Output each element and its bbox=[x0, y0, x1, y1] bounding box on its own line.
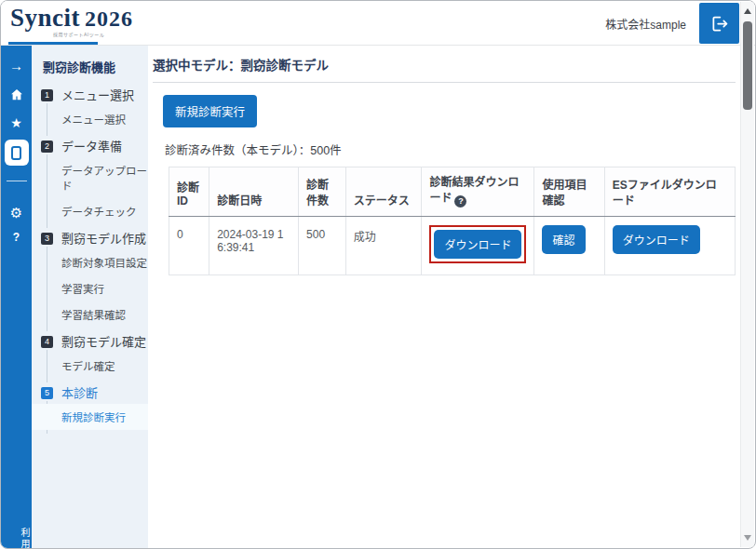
cell-usage-confirm: 確認 bbox=[534, 217, 604, 275]
logout-icon bbox=[709, 14, 729, 33]
header-diagnosis-id: 診断ID bbox=[169, 167, 209, 217]
app-window: Syncit2026 採用サポートAIツール 株式会社sample → ★ bbox=[0, 0, 756, 549]
sidebar-section-main-diagnosis: 5 本診断 新規診断実行 bbox=[32, 385, 148, 430]
table-header-row: 診断ID 診断日時 診断件数 ステータス 診断結果ダウンロード? 使用項目確認 … bbox=[169, 167, 736, 217]
diagnosis-table: 診断ID 診断日時 診断件数 ステータス 診断結果ダウンロード? 使用項目確認 … bbox=[169, 167, 736, 275]
logout-button[interactable] bbox=[699, 3, 739, 44]
logo-i-accent: i bbox=[64, 4, 72, 32]
cell-es-download: ダウンロード bbox=[604, 217, 735, 275]
cell-result-download: ダウンロード bbox=[422, 217, 534, 275]
step-badge-3: 3 bbox=[41, 233, 53, 245]
section-label[interactable]: 剽窃モデル作成 bbox=[61, 231, 148, 247]
sidebar-section-model-confirm: 4 剽窃モデル確定 モデル確定 bbox=[32, 334, 148, 379]
sidebar: 剽窃診断機能 1 メニュー選択 メニュー選択 2 データ準備 データアップロード… bbox=[32, 46, 148, 548]
brand-name: Syncit2026 bbox=[10, 6, 133, 31]
header-es-download: ESファイルダウンロード bbox=[604, 167, 735, 217]
cell-diagnosis-count: 500 bbox=[299, 217, 346, 275]
step-badge-1: 1 bbox=[41, 89, 53, 101]
icon-rail: → ★ ⚙ ? 利用 bbox=[1, 46, 32, 548]
sidebar-subitem-training-result[interactable]: 学習結果確認 bbox=[32, 301, 148, 328]
arrow-right-icon[interactable]: → bbox=[9, 59, 23, 73]
sidebar-subitem-target-settings[interactable]: 診断対象項目設定 bbox=[32, 249, 148, 275]
header-status: ステータス bbox=[345, 167, 422, 217]
cell-status: 成功 bbox=[345, 217, 422, 275]
step-badge-5: 5 bbox=[41, 387, 53, 399]
sidebar-subitem-model-confirm[interactable]: モデル確定 bbox=[32, 353, 148, 379]
sidebar-section-model-create: 3 剽窃モデル作成 診断対象項目設定 学習実行 学習結果確認 bbox=[32, 231, 148, 328]
company-name: 株式会社sample bbox=[605, 16, 686, 32]
step-badge-2: 2 bbox=[41, 141, 53, 153]
selected-model-heading: 選択中モデル：剽窃診断モデル bbox=[153, 55, 736, 74]
logo-underline bbox=[8, 42, 98, 45]
section-label[interactable]: メニュー選択 bbox=[61, 87, 148, 103]
cell-diagnosis-id: 0 bbox=[169, 217, 209, 275]
cell-diagnosis-datetime: 2024-03-19 16:39:41 bbox=[209, 217, 299, 275]
topbar: Syncit2026 採用サポートAIツール 株式会社sample bbox=[1, 1, 755, 46]
section-label[interactable]: データ準備 bbox=[61, 139, 148, 154]
terms-link[interactable]: 利用 bbox=[1, 523, 32, 549]
usage-confirm-button[interactable]: 確認 bbox=[542, 225, 585, 254]
step-badge-4: 4 bbox=[41, 336, 53, 348]
annotation-highlight: ダウンロード bbox=[429, 225, 526, 263]
sidebar-title: 剽窃診断機能 bbox=[32, 46, 148, 81]
scroll-down-arrow[interactable] bbox=[744, 535, 751, 541]
sidebar-subitem-training-run[interactable]: 学習実行 bbox=[32, 275, 148, 301]
section-label[interactable]: 本診断 bbox=[61, 385, 148, 401]
main-content: 選択中モデル：剽窃診断モデル 新規診断実行 診断済み件数（本モデル）：500件 … bbox=[148, 46, 741, 548]
header-result-download: 診断結果ダウンロード? bbox=[422, 167, 534, 217]
star-icon[interactable]: ★ bbox=[10, 116, 22, 129]
header-usage-confirm: 使用項目確認 bbox=[534, 167, 604, 217]
help-tooltip-icon[interactable]: ? bbox=[454, 195, 466, 208]
help-icon[interactable]: ? bbox=[13, 232, 20, 243]
home-icon[interactable] bbox=[9, 87, 24, 104]
document-icon bbox=[11, 146, 21, 160]
heading-divider bbox=[153, 82, 736, 83]
vertical-scrollbar[interactable] bbox=[740, 2, 754, 547]
header-diagnosis-count: 診断件数 bbox=[299, 167, 346, 217]
new-diagnosis-button[interactable]: 新規診断実行 bbox=[163, 95, 257, 127]
section-label[interactable]: 剽窃モデル確定 bbox=[61, 334, 148, 350]
sidebar-subitem-data-upload[interactable]: データアップロード bbox=[32, 157, 148, 198]
table-row: 0 2024-03-19 16:39:41 500 成功 ダウンロード 確認 ダ… bbox=[169, 217, 736, 275]
sidebar-subitem-menu-select[interactable]: メニュー選択 bbox=[32, 106, 148, 132]
active-app-tile[interactable] bbox=[5, 140, 29, 166]
es-download-button[interactable]: ダウンロード bbox=[613, 225, 700, 254]
logo-tagline: 採用サポートAIツール bbox=[53, 33, 133, 37]
result-download-button[interactable]: ダウンロード bbox=[434, 230, 521, 259]
diagnosed-count-text: 診断済み件数（本モデル）：500件 bbox=[165, 141, 736, 158]
app-logo: Syncit2026 採用サポートAIツール bbox=[10, 6, 133, 37]
topbar-right: 株式会社sample bbox=[605, 1, 739, 46]
sidebar-subitem-data-check[interactable]: データチェック bbox=[32, 198, 148, 224]
scroll-thumb[interactable] bbox=[743, 21, 752, 110]
gear-icon[interactable]: ⚙ bbox=[10, 206, 22, 220]
sidebar-section-data-prep: 2 データ準備 データアップロード データチェック bbox=[32, 139, 148, 224]
sidebar-subitem-new-diagnosis[interactable]: 新規診断実行 bbox=[32, 404, 148, 430]
brand-year: 2026 bbox=[85, 7, 133, 31]
rail-divider bbox=[7, 181, 27, 181]
scroll-up-arrow[interactable] bbox=[744, 8, 751, 14]
sidebar-section-menu-select: 1 メニュー選択 メニュー選択 bbox=[32, 87, 148, 132]
header-diagnosis-datetime: 診断日時 bbox=[209, 167, 299, 217]
